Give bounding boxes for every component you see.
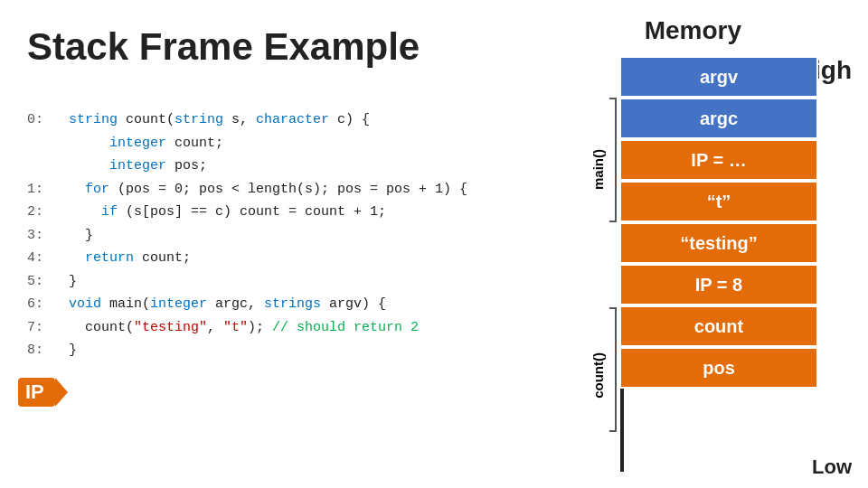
code-line-7: 7: count("testing", "t"); // should retu… (27, 316, 467, 340)
count-side-label: count() (590, 352, 606, 399)
code-line-6: 6: void main(integer argc, strings argv)… (27, 293, 467, 316)
code-text-7: count("testing", "t"); // should return … (52, 316, 419, 340)
code-line-3: 3: } (27, 224, 467, 248)
page-title: Stack Frame Example (27, 25, 420, 69)
code-text-3: } (52, 224, 93, 248)
code-line-8: 8: } (27, 339, 467, 362)
memory-block-t: “t” (619, 181, 818, 222)
code-text-6: void main(integer argc, strings argv) { (52, 293, 386, 316)
line-num-5: 5: (27, 270, 47, 294)
code-line-4: 4: return count; (27, 247, 467, 270)
line-num-0b (27, 155, 47, 178)
memory-block-count: count (619, 305, 818, 347)
brace-bot-main (609, 221, 617, 222)
code-text-4: return count; (52, 247, 191, 270)
brace-top-count (609, 307, 617, 309)
code-text-2: if (s[pos] == c) count = count + 1; (52, 201, 386, 224)
code-text-0a: integer count; (52, 132, 223, 155)
low-label: Low (812, 455, 852, 479)
memory-block-pos: pos (619, 347, 818, 389)
code-line-0a: integer count; (27, 132, 467, 155)
brace-bot-count (609, 430, 617, 432)
memory-block-ip-8: IP = 8 (619, 264, 818, 305)
code-line-0b: integer pos; (27, 155, 467, 178)
ip-arrow: IP (18, 378, 55, 407)
line-num-0a (27, 132, 47, 155)
memory-block-argc: argc (619, 98, 818, 139)
code-line-5: 5: } (27, 270, 467, 294)
code-text-5: } (52, 270, 77, 294)
line-num-4: 4: (27, 247, 47, 270)
line-num-7: 7: (27, 316, 47, 340)
code-area: 0: string count(string s, character c) {… (27, 108, 467, 362)
line-num-1: 1: (27, 178, 47, 202)
memory-block-ip-main: IP = … (619, 139, 818, 181)
line-num-8: 8: (27, 339, 47, 362)
line-num-0: 0: (27, 108, 47, 132)
code-text-1: for (pos = 0; pos < length(s); pos = pos… (52, 178, 467, 202)
count-brace (613, 307, 617, 432)
line-num-2: 2: (27, 201, 47, 224)
code-text-8: } (52, 339, 77, 362)
memory-label: Memory (645, 16, 741, 45)
brace-top-main (609, 98, 617, 99)
code-text-0: string count(string s, character c) { (52, 108, 370, 132)
code-text-0b: integer pos; (52, 155, 207, 178)
line-num-3: 3: (27, 224, 47, 248)
code-line-2: 2: if (s[pos] == c) count = count + 1; (27, 201, 467, 224)
memory-stack: argv argc IP = … “t” “testing” IP = 8 co… (619, 56, 818, 389)
line-num-6: 6: (27, 293, 47, 316)
code-line-0: 0: string count(string s, character c) { (27, 108, 467, 132)
main-brace (613, 98, 617, 222)
code-line-1: 1: for (pos = 0; pos < length(s); pos = … (27, 178, 467, 202)
memory-block-argv: argv (619, 56, 818, 98)
main-side-label: main() (590, 149, 606, 190)
memory-block-testing: “testing” (619, 222, 818, 264)
